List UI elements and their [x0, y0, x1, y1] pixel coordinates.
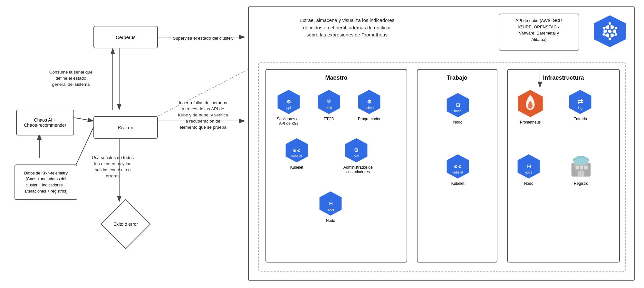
svg-point-22 — [614, 33, 617, 36]
diamond-shape: Éxito o error — [105, 203, 147, 245]
node-node-infra: ⊞ node Nodo — [516, 154, 542, 186]
node-node-trabajo: ⊞ node Nodo — [445, 92, 471, 124]
node-sched: ⚙ sched Programador — [356, 89, 382, 121]
data-label: Datos de Krkn-telemetry (Caos + metadato… — [24, 170, 68, 194]
svg-text:☺: ☺ — [326, 97, 332, 104]
svg-point-24 — [614, 27, 617, 30]
svg-text:node: node — [327, 208, 334, 211]
consume-text: Consume la señal quedefine el estadogene… — [49, 70, 92, 87]
svg-point-20 — [609, 38, 611, 41]
node-kubelet-maestro: ⚙⚙ kubelet Kubelet — [284, 137, 310, 170]
node-cm: ⚙ c-m Administrador decontroladores — [343, 137, 373, 174]
section-infraestructura: Infraestructura Prometheus — [507, 69, 620, 263]
svg-text:node: node — [454, 109, 461, 113]
kraken-box: Kraken — [93, 116, 158, 139]
right-panel: Extrae, almacena y visualiza los indicad… — [248, 6, 635, 281]
left-flow: Cerberus Kraken Chaos AI + Chaos-recomme… — [6, 6, 226, 281]
node-entrada: ⇄ ing Entrada — [567, 89, 593, 121]
node-api: ⚙ api Servidores deAPI de K8s — [276, 89, 302, 126]
k8s-icon — [592, 14, 628, 49]
trabajo-title: Trabajo — [418, 70, 497, 83]
svg-point-23 — [602, 33, 605, 36]
chaos-box: Chaos AI + Chaos-recommender — [16, 110, 74, 135]
flow-label-usa: Usa señales de todoslos elementos y lass… — [81, 155, 145, 179]
svg-text:⊞: ⊞ — [329, 201, 333, 206]
svg-text:api: api — [286, 106, 291, 110]
svg-text:kubelet: kubelet — [452, 171, 463, 174]
svg-text:sched: sched — [365, 106, 374, 110]
node-registro: Registro — [567, 152, 595, 186]
inserta-text: Inserta fallas deliberadasa través de la… — [178, 100, 228, 130]
svg-text:⚙: ⚙ — [354, 147, 359, 153]
cloud-api-box: API de nube (AWS, GCP,AZURE, OPENSTACK,V… — [499, 14, 579, 51]
node-etcd: ☺ etcd ETCD — [316, 89, 342, 121]
svg-text:node: node — [525, 171, 532, 174]
svg-rect-62 — [576, 166, 579, 169]
usa-text: Usa señales de todoslos elementos y lass… — [92, 155, 134, 178]
svg-text:⊞: ⊞ — [456, 102, 460, 108]
svg-text:⚙: ⚙ — [286, 99, 291, 104]
chaos-label: Chaos AI + Chaos-recommender — [24, 117, 66, 128]
svg-point-61 — [574, 158, 588, 165]
svg-text:⚙: ⚙ — [367, 99, 371, 104]
svg-rect-65 — [578, 171, 584, 177]
flow-label-inserta: Inserta fallas deliberadasa través de la… — [164, 100, 242, 130]
node-kubelet-trabajo: ⚙⚙ kubelet Kubelet — [445, 154, 471, 186]
data-box: Datos de Krkn-telemetry (Caos + metadato… — [14, 164, 77, 200]
flow-label-consume: Consume la señal quedefine el estadogene… — [42, 69, 100, 88]
svg-rect-63 — [580, 166, 583, 169]
cerberus-label: Cerberus — [116, 35, 136, 40]
dashed-container: Maestro ⚙ api Servidores deAPI de K8s ☺ — [258, 62, 626, 272]
flow-label-supervisa: Supervisa el estado del clúster. — [171, 35, 235, 42]
svg-point-19 — [609, 22, 611, 25]
node-node-maestro: ⊞ node Nodo — [318, 191, 343, 223]
svg-text:⚙⚙: ⚙⚙ — [293, 148, 301, 153]
svg-point-18 — [608, 30, 612, 33]
svg-rect-64 — [584, 166, 588, 169]
node-prometheus: Prometheus — [516, 89, 545, 124]
maestro-title: Maestro — [266, 70, 407, 83]
cloud-api-text: API de nube (AWS, GCP,AZURE, OPENSTACK,V… — [515, 18, 562, 42]
svg-point-21 — [602, 27, 605, 30]
svg-text:kubelet: kubelet — [291, 154, 302, 158]
section-trabajo: Trabajo ⊞ node Nodo ⚙⚙ kubelet — [417, 69, 497, 263]
infra-title: Infraestructura — [508, 70, 619, 83]
diagram-container: Cerberus Kraken Chaos AI + Chaos-recomme… — [0, 0, 644, 288]
supervisa-text: Supervisa el estado del clúster. — [173, 36, 233, 41]
section-maestro: Maestro ⚙ api Servidores deAPI de K8s ☺ — [265, 69, 407, 263]
svg-text:⊞: ⊞ — [527, 164, 531, 169]
right-panel-header: Extrae, almacena y visualiza los indicad… — [258, 17, 436, 39]
svg-text:ing: ing — [578, 106, 582, 110]
k8s-icon-container — [592, 14, 628, 49]
diamond-label: Éxito o error — [111, 222, 140, 227]
right-panel-header-text: Extrae, almacena y visualiza los indicad… — [300, 17, 394, 37]
cerberus-box: Cerberus — [93, 26, 158, 48]
svg-text:c-m: c-m — [353, 154, 359, 158]
svg-text:⇄: ⇄ — [577, 97, 583, 105]
svg-text:etcd: etcd — [326, 106, 332, 110]
svg-text:⚙⚙: ⚙⚙ — [454, 164, 462, 169]
kraken-label: Kraken — [118, 125, 133, 130]
